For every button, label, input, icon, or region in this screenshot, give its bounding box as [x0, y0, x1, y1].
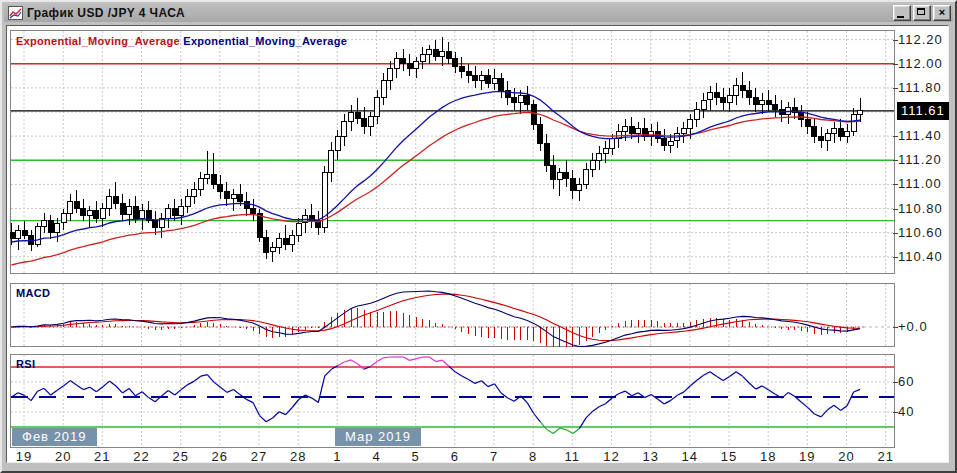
- minimize-icon: [897, 16, 904, 18]
- price-tick-label: 111.40: [898, 128, 942, 143]
- day-tick-label: 7: [479, 449, 509, 464]
- price-tick-label: 110.60: [898, 225, 943, 240]
- month-label: Фев 2019: [12, 428, 97, 446]
- minimize-button[interactable]: [893, 5, 911, 21]
- axis-tick-mark: [893, 160, 898, 161]
- maximize-icon: [917, 8, 925, 15]
- indicator-legend: Exponential_Moving_Average Exponential_M…: [16, 35, 347, 47]
- axis-tick-mark: [893, 184, 898, 185]
- day-tick-label: 8: [518, 449, 548, 464]
- day-tick-label: 4: [362, 449, 392, 464]
- current-price-badge: 111.61: [897, 102, 949, 120]
- close-icon: ×: [934, 6, 950, 20]
- axis-tick-mark: [893, 88, 898, 89]
- day-tick-label: 19: [9, 449, 39, 464]
- day-tick-label: 28: [283, 449, 313, 464]
- rsi-tick-label: 40: [898, 404, 914, 419]
- day-tick-label: 26: [205, 449, 235, 464]
- axis-tick-mark: [893, 136, 898, 137]
- price-tick-label: 110.40: [898, 249, 943, 264]
- day-tick-label: 21: [871, 449, 901, 464]
- close-button[interactable]: ×: [933, 5, 951, 21]
- price-tick-label: 112.00: [898, 56, 943, 71]
- price-tick-label: 111.00: [898, 176, 942, 191]
- axis-tick-mark: [893, 257, 898, 258]
- macd-zero-label: +0.0: [898, 319, 928, 334]
- rsi-tick-label: 60: [898, 374, 914, 389]
- window-title: График USD /JPY 4 ЧАСА: [27, 6, 185, 20]
- day-tick-label: 11: [557, 449, 587, 464]
- day-tick-label: 15: [714, 449, 744, 464]
- day-tick-label: 20: [832, 449, 862, 464]
- axis-tick-mark: [893, 327, 898, 328]
- axis-tick-mark: [893, 209, 898, 210]
- macd-label: MACD: [16, 287, 50, 299]
- day-tick-label: 12: [597, 449, 627, 464]
- day-tick-label: 6: [440, 449, 470, 464]
- day-tick-label: 25: [166, 449, 196, 464]
- rsi-panel[interactable]: [10, 354, 895, 448]
- rsi-label: RSI: [16, 358, 35, 370]
- day-tick-label: 21: [87, 449, 117, 464]
- day-tick-label: 1: [322, 449, 352, 464]
- price-chart-panel[interactable]: [10, 30, 895, 274]
- price-tick-label: 112.20: [898, 32, 943, 47]
- day-tick-label: 22: [127, 449, 157, 464]
- macd-panel[interactable]: [10, 283, 895, 347]
- chart-app-icon: [8, 6, 23, 20]
- day-tick-label: 27: [244, 449, 274, 464]
- day-tick-label: 14: [675, 449, 705, 464]
- day-tick-label: 18: [753, 449, 783, 464]
- day-tick-label: 5: [401, 449, 431, 464]
- window-titlebar[interactable]: График USD /JPY 4 ЧАСА ×: [4, 4, 953, 22]
- day-tick-label: 13: [636, 449, 666, 464]
- ema-legend-red: Exponential_Moving_Average: [16, 35, 180, 47]
- price-tick-label: 110.80: [898, 201, 943, 216]
- price-tick-label: 111.80: [898, 80, 942, 95]
- month-label: Мар 2019: [335, 428, 421, 446]
- ema-legend-blue: Exponential_Moving_Average: [183, 35, 347, 47]
- axis-tick-mark: [893, 233, 898, 234]
- chart-window: График USD /JPY 4 ЧАСА × Exponential_Mov…: [0, 0, 957, 473]
- axis-tick-mark: [893, 412, 898, 413]
- maximize-button[interactable]: [913, 5, 931, 21]
- day-tick-label: 19: [792, 449, 822, 464]
- price-tick-label: 111.20: [898, 152, 942, 167]
- day-tick-label: 20: [48, 449, 78, 464]
- axis-tick-mark: [893, 40, 898, 41]
- axis-tick-mark: [893, 382, 898, 383]
- axis-tick-mark: [893, 64, 898, 65]
